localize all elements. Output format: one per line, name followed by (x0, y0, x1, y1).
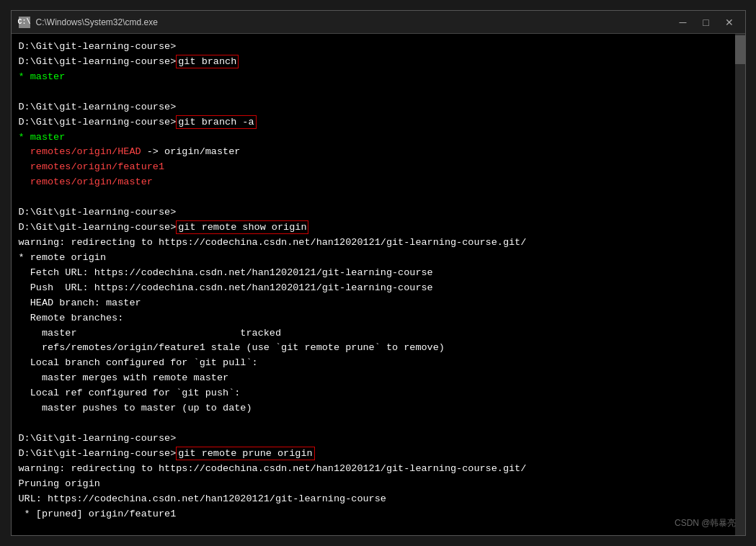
line-29: * [pruned] origin/feature1 (19, 507, 728, 522)
line-2: D:\Git\git-learning-course>git branch (19, 55, 728, 70)
scrollbar-thumb[interactable] (735, 35, 745, 64)
line-11: D:\Git\git-learning-course>git remote sh… (19, 220, 728, 236)
line-19: refs/remotes/origin/feature1 stale (use … (19, 341, 728, 356)
cmd-git-branch: git branch (176, 55, 239, 68)
line-15: Push URL: https://codechina.csdn.net/han… (19, 281, 728, 296)
line-blank-4 (19, 522, 728, 536)
line-20: Local branch configured for `git pull`: (19, 356, 728, 371)
window-controls: ─ □ ✕ (675, 16, 738, 29)
line-13: * remote origin (19, 251, 728, 266)
line-12: warning: redirecting to https://codechin… (19, 236, 728, 251)
line-17: Remote branches: (19, 311, 728, 326)
line-8: remotes/origin/feature1 (19, 160, 728, 175)
cmd-git-branch-a: git branch -a (176, 115, 256, 129)
line-1: D:\Git\git-learning-course> (19, 40, 728, 55)
line-blank-2 (19, 190, 728, 205)
line-10: D:\Git\git-learning-course> (19, 205, 728, 220)
line-25: D:\Git\git-learning-course>git remote pr… (19, 447, 728, 462)
line-3: * master (19, 70, 728, 85)
line-24: D:\Git\git-learning-course> (19, 431, 728, 447)
line-21: master merges with remote master (19, 371, 728, 386)
app-icon: C:\ (19, 17, 30, 28)
window-title: C:\Windows\System32\cmd.exe (36, 17, 675, 27)
line-23: master pushes to master (up to date) (19, 401, 728, 416)
line-5: D:\Git\git-learning-course>git branch -a (19, 115, 728, 130)
line-4: D:\Git\git-learning-course> (19, 100, 728, 115)
terminal-output[interactable]: D:\Git\git-learning-course> D:\Git\git-l… (12, 34, 735, 535)
line-28: URL: https://codechina.csdn.net/han12020… (19, 492, 728, 507)
titlebar: C:\ C:\Windows\System32\cmd.exe ─ □ ✕ (12, 11, 745, 34)
line-14: Fetch URL: https://codechina.csdn.net/ha… (19, 266, 728, 281)
close-button[interactable]: ✕ (721, 16, 738, 29)
maximize-button[interactable]: □ (698, 16, 715, 29)
line-27: Pruning origin (19, 477, 728, 492)
minimize-button[interactable]: ─ (675, 16, 692, 29)
scrollbar[interactable] (735, 34, 745, 535)
line-7: remotes/origin/HEAD -> origin/master (19, 145, 728, 160)
line-18: master tracked (19, 326, 728, 341)
line-blank-1 (19, 85, 728, 100)
line-blank-3 (19, 416, 728, 431)
line-16: HEAD branch: master (19, 296, 728, 311)
cmd-git-remote-prune: git remote prune origin (176, 447, 314, 460)
cmd-git-remote-show: git remote show origin (176, 220, 308, 234)
line-26: warning: redirecting to https://codechin… (19, 462, 728, 477)
cmd-window: C:\ C:\Windows\System32\cmd.exe ─ □ ✕ D:… (11, 10, 746, 536)
line-6: * master (19, 130, 728, 146)
line-22: Local ref configured for `git push`: (19, 386, 728, 401)
line-9: remotes/origin/master (19, 175, 728, 190)
watermark: CSDN @韩暴亮 (675, 517, 737, 529)
terminal-content: D:\Git\git-learning-course> D:\Git\git-l… (12, 34, 745, 535)
